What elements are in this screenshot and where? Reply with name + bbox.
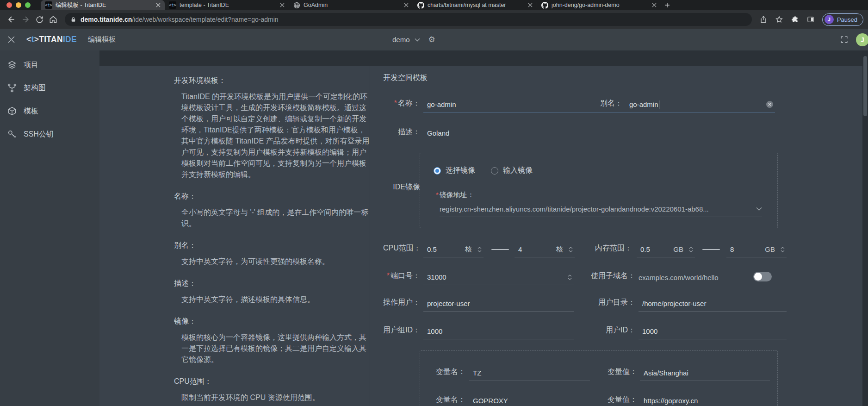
zoom-window-button[interactable] (25, 2, 31, 8)
image-source-radio-group: 选择镜像 输入镜像 (434, 166, 533, 175)
home-button[interactable] (46, 12, 60, 26)
image-address-select[interactable]: registry.cn-shenzhen.aliyuncs.com/titani… (440, 201, 762, 217)
forward-button[interactable] (19, 12, 32, 26)
url-text: demo.titanide.cn/ide/web/workspace/templ… (81, 16, 279, 23)
workspace-select[interactable]: demo (392, 36, 420, 44)
screen: <t> 编辑模板 - TitanIDE <t> template - Titan… (0, 0, 868, 406)
browser-tab-template[interactable]: <t> template - TitanIDE (165, 0, 289, 10)
sidebar-item-templates[interactable]: 模板 (0, 100, 99, 123)
row-ids: 用户组ID： 1000 用户ID： 1000 (383, 321, 800, 339)
tab-title: charts/bitnami/mysql at master (428, 2, 525, 8)
doc-body: 限制当前开发环境的 CPU 资源使用范围。 (174, 392, 370, 403)
sidebar-item-architecture[interactable]: 架构图 (0, 76, 99, 100)
doc-section: 描述： 支持中英文字符，描述模板的具体信息。 (174, 278, 370, 305)
bookmark-star-icon[interactable] (772, 12, 786, 26)
radio-select-image-label[interactable]: 选择镜像 (446, 166, 475, 175)
required-asterisk: * (436, 191, 439, 199)
template-form: 开发空间模板 *名称： go-admin 别名： go-admin 描述： Go… (383, 66, 800, 406)
doc-section: 别名： 支持中英文字符，为可读性更强的模板名称。 (174, 240, 370, 267)
alias-input[interactable]: go-admin (626, 97, 775, 112)
docs-panel: 开发环境模板： TitanIDE 的开发环境模板是为用户提供一个可定制化的环境模… (174, 75, 370, 403)
group-id-input[interactable]: 1000 (423, 324, 574, 339)
side-panel-icon[interactable] (804, 12, 818, 26)
user-avatar[interactable]: J (856, 33, 868, 46)
new-tab-button[interactable] (661, 0, 674, 10)
var-value-input[interactable]: Asia/Shanghai (640, 365, 770, 381)
radio-input-image-label[interactable]: 输入镜像 (503, 166, 533, 175)
sidebar-item-label: SSH公钥 (24, 130, 54, 139)
radio-input-image[interactable] (491, 167, 498, 175)
description-input[interactable]: Goland (423, 125, 775, 141)
browser-tab-edit-template[interactable]: <t> 编辑模板 - TitanIDE (41, 0, 165, 10)
minimize-window-button[interactable] (16, 2, 21, 8)
key-icon (7, 129, 17, 139)
sidebar-item-projects[interactable]: 项目 (0, 53, 99, 76)
memory-min-input[interactable]: 0.5GB (637, 242, 695, 257)
ide-image-label: IDE镜像 (383, 182, 420, 192)
port-label: *端口号： (383, 271, 420, 281)
var-name-input[interactable]: GOPROXY (469, 393, 590, 406)
subdomain-toggle[interactable] (753, 272, 772, 281)
stepper-arrows[interactable] (781, 247, 785, 252)
reload-button[interactable] (32, 12, 46, 26)
user-dir-input[interactable]: /home/projector-user (639, 296, 787, 312)
doc-heading: CPU范围： (174, 376, 370, 387)
scrollbar-track[interactable] (862, 50, 868, 406)
user-id-input[interactable]: 1000 (639, 324, 787, 339)
fullscreen-icon[interactable] (840, 35, 849, 44)
stepper-arrows[interactable] (568, 275, 572, 280)
var-value-input[interactable]: https://goproxy.cn (640, 393, 770, 406)
close-editor-icon[interactable] (7, 36, 15, 44)
page-title: 编辑模板 (88, 35, 116, 44)
row-description: 描述： Goland (383, 123, 800, 141)
settings-gear-icon[interactable]: ⚙ (428, 36, 435, 44)
stepper-arrows[interactable] (477, 247, 482, 252)
var-name-input[interactable]: TZ (469, 365, 590, 381)
tab-close-icon[interactable] (652, 3, 657, 7)
doc-heading: 名称： (174, 191, 370, 201)
share-icon[interactable] (756, 12, 770, 26)
var-name-label: 变量名： (434, 395, 465, 405)
sidebar-item-label: 模板 (24, 106, 38, 116)
close-window-button[interactable] (6, 2, 12, 8)
tab-close-icon[interactable] (280, 3, 285, 7)
back-button[interactable] (5, 12, 19, 26)
stepper-arrows[interactable] (569, 247, 573, 252)
browser-tab-goadmin[interactable]: GoAdmin (289, 0, 413, 10)
browser-tab-github-mysql[interactable]: charts/bitnami/mysql at master (413, 0, 537, 10)
operate-user-input[interactable]: projector-user (423, 296, 574, 312)
port-input[interactable]: 31000 (423, 269, 574, 285)
cpu-max-input[interactable]: 4核 (515, 242, 575, 257)
chevron-down-icon (756, 207, 762, 211)
memory-max-input[interactable]: 8GB (726, 242, 787, 257)
sidebar-item-label: 项目 (24, 60, 38, 70)
sidebar-item-ssh-keys[interactable]: SSH公钥 (0, 123, 99, 146)
scrollbar-thumb[interactable] (863, 56, 867, 116)
extensions-puzzle-icon[interactable] (788, 12, 802, 26)
lock-icon (70, 16, 76, 23)
tab-close-icon[interactable] (156, 3, 161, 7)
doc-section: 名称： 全小写的英文字母与 '-' 组成的，是在工作空间内的唯一标识。 (174, 191, 370, 229)
group-id-label: 用户组ID： (383, 325, 420, 335)
sidebar: 项目 架构图 模板 SSH公钥 (0, 50, 99, 406)
cpu-min-input[interactable]: 0.5核 (423, 242, 484, 257)
tab-close-icon[interactable] (528, 3, 533, 7)
clear-field-icon[interactable] (766, 101, 773, 108)
row-user-dir: 操作用户： projector-user 用户目录： /home/project… (383, 293, 800, 312)
cpu-min-unit: 核 (465, 245, 472, 254)
browser-tab-github-demo[interactable]: john-deng/go-admin-demo (537, 0, 661, 10)
radio-select-image[interactable] (434, 167, 441, 175)
doc-body: 全小写的英文字母与 '-' 组成的，是在工作空间内的唯一标识。 (174, 207, 370, 229)
address-bar[interactable]: demo.titanide.cn/ide/web/workspace/templ… (65, 13, 752, 26)
header-right: J (840, 29, 867, 50)
alias-label: 别名： (590, 99, 622, 108)
panel-divider (370, 66, 370, 406)
browser-profile-button[interactable]: J Paused (822, 13, 863, 26)
required-asterisk: * (394, 99, 397, 107)
var-name-label: 变量名： (434, 367, 465, 377)
tab-close-icon[interactable] (404, 3, 409, 7)
app-header: <t>TITANIDE 编辑模板 demo ⚙ J (0, 29, 868, 50)
var-value-label: 变量值： (606, 395, 637, 405)
description-label: 描述： (383, 127, 420, 137)
stepper-arrows[interactable] (689, 247, 693, 252)
